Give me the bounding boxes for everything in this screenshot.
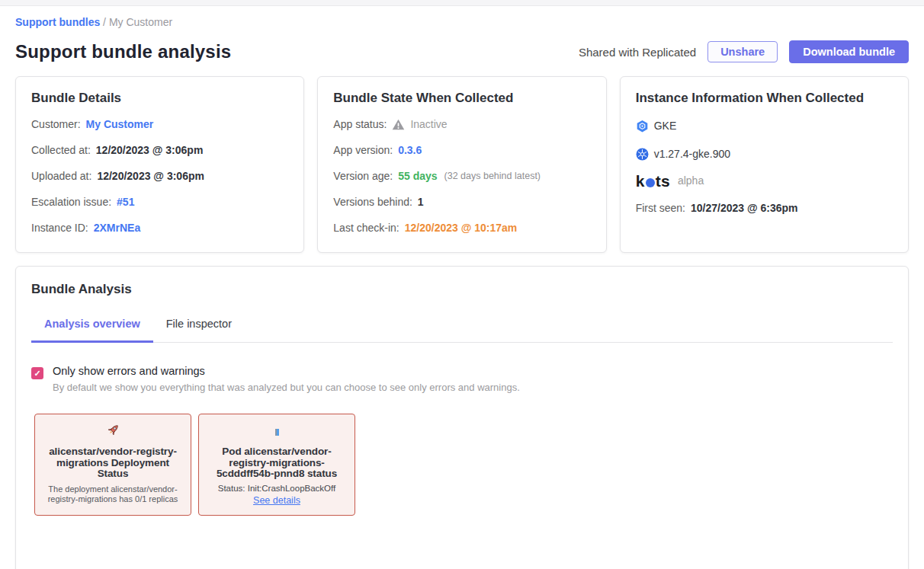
app-version-link[interactable]: 0.3.6 <box>398 143 422 158</box>
filter-description: By default we show you everything that w… <box>53 382 520 393</box>
download-bundle-button[interactable]: Download bundle <box>789 40 909 63</box>
app-status-value: Inactive <box>410 117 447 132</box>
customer-label: Customer: <box>31 117 81 132</box>
last-checkin-label: Last check-in: <box>333 221 399 235</box>
pod-icon <box>275 429 279 436</box>
page-content: Support bundles / My Customer Support bu… <box>0 16 924 569</box>
result-title: Pod alicenstar/vendor-registry-migration… <box>207 446 347 480</box>
collected-at-value: 12/20/2023 @ 3:06pm <box>96 143 204 158</box>
gke-icon <box>636 120 649 133</box>
tab-analysis-overview[interactable]: Analysis overview <box>31 318 153 343</box>
bundle-analysis-title: Bundle Analysis <box>31 282 893 297</box>
analysis-result-card-pod: Pod alicenstar/vendor-registry-migration… <box>198 414 355 516</box>
result-icon-wrap <box>43 424 183 440</box>
customer-row: Customer: My Customer <box>31 117 288 132</box>
rocket-icon <box>105 423 120 441</box>
instance-info-card: Instance Information When Collected GKE <box>620 76 909 253</box>
escalation-issue-link[interactable]: #51 <box>117 195 134 209</box>
distribution-value: GKE <box>654 119 677 133</box>
distribution-row: GKE <box>636 119 893 133</box>
filter-label: Only show errors and warnings <box>53 365 520 377</box>
errors-warnings-filter: ✓ Only show errors and warnings By defau… <box>31 365 893 393</box>
versions-behind-row: Versions behind: 1 <box>333 195 590 209</box>
last-checkin-row: Last check-in: 12/20/2023 @ 10:17am <box>333 221 590 235</box>
info-cards-row: Bundle Details Customer: My Customer Col… <box>15 76 909 253</box>
warning-triangle-icon <box>392 118 405 131</box>
bundle-state-title: Bundle State When Collected <box>333 91 590 106</box>
only-errors-checkbox[interactable]: ✓ <box>31 367 43 379</box>
first-seen-value: 10/27/2023 @ 6:36pm <box>691 201 798 216</box>
page-header: Support bundle analysis Shared with Repl… <box>15 40 909 63</box>
tab-file-inspector[interactable]: File inspector <box>153 318 245 343</box>
top-nav-edge <box>0 0 924 6</box>
result-detail: The deployment alicenstar/vendor-registr… <box>43 484 183 504</box>
analysis-results-row: alicenstar/vendor-registry-migrations De… <box>31 414 893 516</box>
version-age-row: Version age: 55 days (32 days behind lat… <box>333 169 590 184</box>
shared-status-text: Shared with Replicated <box>579 46 696 59</box>
result-title: alicenstar/vendor-registry-migrations De… <box>43 446 183 480</box>
versions-behind-value: 1 <box>418 195 424 209</box>
result-icon-wrap <box>207 424 347 440</box>
page-title: Support bundle analysis <box>15 41 231 62</box>
breadcrumb: Support bundles / My Customer <box>15 16 909 28</box>
uploaded-at-row: Uploaded at: 12/20/2023 @ 3:06pm <box>31 169 288 184</box>
first-seen-label: First seen: <box>636 201 685 216</box>
kots-logo: kts <box>636 174 670 187</box>
escalation-issue-row: Escalation issue: #51 <box>31 195 288 209</box>
uploaded-at-label: Uploaded at: <box>31 169 91 184</box>
bundle-details-title: Bundle Details <box>31 91 288 106</box>
instance-id-row: Instance ID: 2XMrNEa <box>31 221 288 235</box>
k8s-version-value: v1.27.4-gke.900 <box>654 147 730 161</box>
version-age-label: Version age: <box>333 169 393 184</box>
bundle-state-card: Bundle State When Collected App status: … <box>317 76 606 253</box>
analysis-result-card-deployment: alicenstar/vendor-registry-migrations De… <box>34 414 191 516</box>
first-seen-row: First seen: 10/27/2023 @ 6:36pm <box>636 201 893 216</box>
instance-id-label: Instance ID: <box>31 221 88 235</box>
analysis-tabs: Analysis overview File inspector <box>31 318 893 343</box>
escalation-issue-label: Escalation issue: <box>31 195 111 209</box>
kots-logo-o-dot <box>646 178 655 187</box>
version-age-value: 55 days <box>398 169 437 184</box>
versions-behind-label: Versions behind: <box>333 195 412 209</box>
uploaded-at-value: 12/20/2023 @ 3:06pm <box>97 169 204 184</box>
customer-link[interactable]: My Customer <box>86 117 154 132</box>
kots-row: kts alpha <box>636 174 893 188</box>
bundle-analysis-panel: Bundle Analysis Analysis overview File i… <box>15 266 909 569</box>
app-status-row: App status: Inactive <box>333 117 590 132</box>
breadcrumb-current: My Customer <box>109 16 172 28</box>
breadcrumb-separator: / <box>103 16 106 28</box>
header-actions: Shared with Replicated Unshare Download … <box>579 40 909 63</box>
instance-info-title: Instance Information When Collected <box>636 91 893 106</box>
app-status-label: App status: <box>333 117 387 132</box>
unshare-button[interactable]: Unshare <box>707 41 778 62</box>
breadcrumb-support-bundles-link[interactable]: Support bundles <box>15 16 100 28</box>
last-checkin-value: 12/20/2023 @ 10:17am <box>405 221 518 235</box>
result-status: Status: Init:CrashLoopBackOff <box>207 484 347 493</box>
kots-channel-value: alpha <box>678 174 704 188</box>
app-version-row: App version: 0.3.6 <box>333 143 590 158</box>
k8s-version-row: v1.27.4-gke.900 <box>636 147 893 161</box>
version-age-note: (32 days behind latest) <box>444 169 541 184</box>
filter-text-block: Only show errors and warnings By default… <box>53 365 520 393</box>
app-version-label: App version: <box>333 143 393 158</box>
bundle-details-card: Bundle Details Customer: My Customer Col… <box>15 76 304 253</box>
see-details-link[interactable]: See details <box>253 495 300 506</box>
collected-at-row: Collected at: 12/20/2023 @ 3:06pm <box>31 143 288 158</box>
collected-at-label: Collected at: <box>31 143 91 158</box>
instance-id-link[interactable]: 2XMrNEa <box>94 221 140 235</box>
kubernetes-icon <box>636 148 649 161</box>
